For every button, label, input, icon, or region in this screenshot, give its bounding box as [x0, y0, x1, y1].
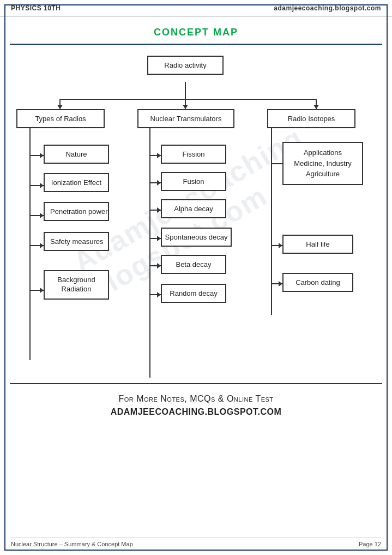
svg-marker-6 [183, 105, 188, 109]
box-nuclear-transmulators: Nuclear Transmulators [137, 109, 234, 128]
header-right: adamjeecoaching.blogspot.com [274, 4, 381, 12]
box-half-life: Half life [282, 235, 353, 254]
svg-marker-14 [40, 213, 44, 218]
box-random-decay: Random decay [161, 284, 226, 303]
footer-url: ADAMJEECOACHING.BLOGSPOT.COM [11, 407, 381, 417]
svg-marker-23 [157, 180, 161, 186]
svg-marker-21 [157, 153, 161, 158]
box-beta-decay: Beta decay [161, 255, 226, 274]
svg-marker-25 [157, 207, 161, 213]
footer-content: For More Notes, MCQs & Online Test ADAMJ… [0, 384, 392, 422]
svg-marker-16 [40, 243, 44, 248]
svg-marker-10 [40, 153, 44, 158]
box-penetration-power: Penetration power [44, 202, 109, 221]
svg-marker-7 [313, 105, 319, 109]
svg-marker-37 [279, 281, 282, 287]
header: PHYSICS 10TH adamjeecoaching.blogspot.co… [0, 0, 392, 17]
box-spontaneous-decay: Spontaneous decay [161, 228, 232, 247]
svg-marker-12 [40, 183, 44, 188]
header-left: PHYSICS 10TH [11, 4, 61, 12]
svg-marker-31 [157, 292, 161, 297]
page-footer: Nuclear Structure – Summary & Concept Ma… [11, 538, 381, 547]
svg-marker-27 [157, 236, 161, 241]
svg-marker-35 [279, 243, 282, 248]
footer-tagline: For More Notes, MCQs & Online Test [11, 394, 381, 404]
box-ionization-effect: Ionization Effect [44, 173, 109, 192]
box-carbon-dating: Carbon dating [282, 273, 353, 292]
footer-left: Nuclear Structure – Summary & Concept Ma… [11, 541, 133, 547]
concept-map-title: CONCEPT MAP [10, 17, 382, 45]
footer-tagline-text: For More Notes, MCQs & Online Test [118, 394, 273, 403]
box-radioactivity: Radio activity [147, 56, 224, 75]
box-fission: Fission [161, 145, 226, 164]
box-nature: Nature [44, 145, 109, 164]
box-background-radiation: Background Radiation [44, 270, 109, 300]
diagram-area: Adamjeecoachingblogspot.com [0, 45, 392, 383]
footer-right: Page 12 [359, 541, 381, 547]
box-alpha-decay: Alpha decay [161, 199, 226, 218]
box-fusion: Fusion [161, 172, 226, 191]
svg-marker-29 [157, 263, 161, 268]
box-radio-isotopes: Radio Isotopes [267, 109, 355, 128]
box-applications: Applications Medicine, Industry Agricult… [282, 142, 363, 185]
box-types-of-radios: Types of Radios [16, 109, 105, 128]
svg-marker-18 [40, 288, 44, 293]
svg-marker-5 [57, 105, 63, 109]
box-safety-measures: Safety measures [44, 232, 109, 251]
